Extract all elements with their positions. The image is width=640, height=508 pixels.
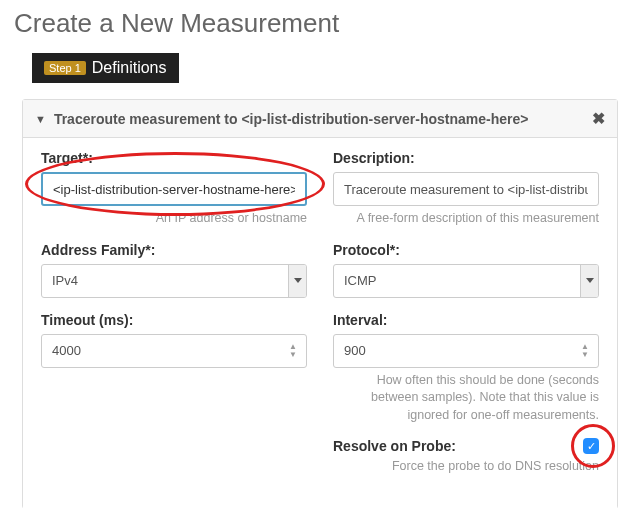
- timeout-input[interactable]: [41, 334, 307, 368]
- target-hint: An IP address or hostname: [41, 210, 307, 228]
- spinner-icon[interactable]: ▲▼: [289, 340, 301, 362]
- target-label: Target*:: [41, 150, 307, 166]
- target-input[interactable]: [41, 172, 307, 206]
- resolve-on-probe-hint: Force the probe to do DNS resolution: [333, 458, 599, 476]
- step-label: Definitions: [92, 59, 167, 76]
- description-input[interactable]: [333, 172, 599, 206]
- protocol-value: ICMP: [334, 273, 580, 288]
- resolve-on-probe-label: Resolve on Probe:: [333, 438, 456, 454]
- panel-title: Traceroute measurement to <ip-list-distr…: [54, 111, 592, 127]
- page-title: Create a New Measurement: [14, 8, 626, 39]
- protocol-label: Protocol*:: [333, 242, 599, 258]
- interval-input[interactable]: [333, 334, 599, 368]
- protocol-select[interactable]: ICMP: [333, 264, 599, 298]
- panel-header[interactable]: ▼ Traceroute measurement to <ip-list-dis…: [23, 100, 617, 138]
- dropdown-icon: [580, 265, 598, 297]
- dropdown-icon: [288, 265, 306, 297]
- interval-hint: How often this should be done (seconds b…: [333, 372, 599, 425]
- address-family-label: Address Family*:: [41, 242, 307, 258]
- description-hint: A free-form description of this measurem…: [333, 210, 599, 228]
- timeout-label: Timeout (ms):: [41, 312, 307, 328]
- definition-panel: ▼ Traceroute measurement to <ip-list-dis…: [22, 99, 618, 508]
- step-block: Step 1Definitions: [32, 53, 179, 83]
- address-family-select[interactable]: IPv4: [41, 264, 307, 298]
- description-label: Description:: [333, 150, 599, 166]
- address-family-value: IPv4: [42, 273, 288, 288]
- interval-label: Interval:: [333, 312, 599, 328]
- step-badge: Step 1: [44, 61, 86, 75]
- close-icon[interactable]: ✖: [592, 109, 605, 128]
- panel-body: Target*: An IP address or hostname Descr…: [23, 138, 617, 508]
- spinner-icon[interactable]: ▲▼: [581, 340, 593, 362]
- chevron-down-icon: ▼: [35, 113, 46, 125]
- step-bar: Step 1Definitions: [32, 53, 626, 83]
- resolve-on-probe-checkbox[interactable]: ✓: [583, 438, 599, 454]
